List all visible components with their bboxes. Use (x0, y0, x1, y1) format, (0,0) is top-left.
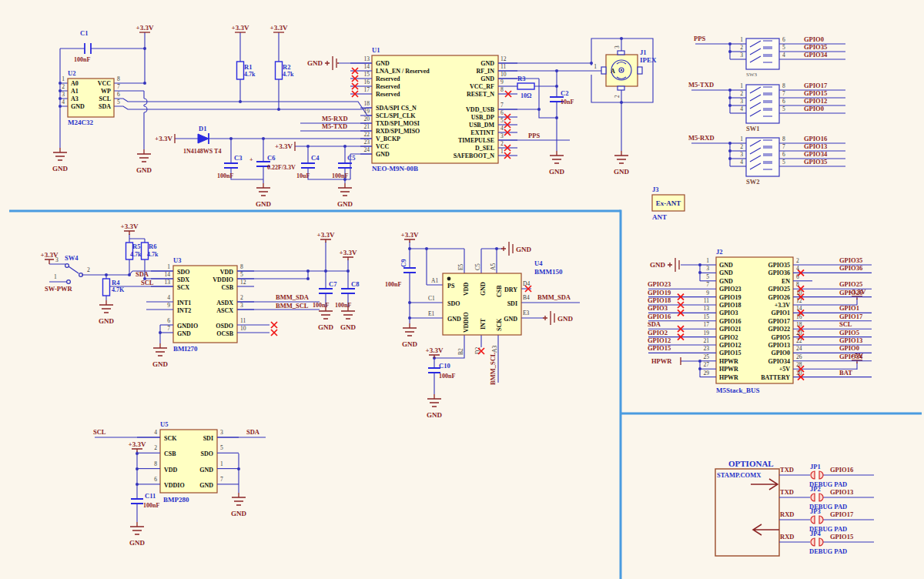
debug-pad-row[interactable]: TXD JP1 GPIO16 DEBUG PAD (779, 463, 874, 488)
j1-center-label: A (611, 68, 615, 75)
pin-number: 17 (364, 86, 370, 93)
switch-sw2[interactable]: SW2 1 8 GPIO16 2 7 GPIO13 3 6 GPIO34 4 5… (730, 135, 845, 186)
pin-number: 19 (364, 108, 370, 115)
pin-number: 1 (740, 36, 743, 43)
pin-number: 5 (782, 159, 785, 166)
pin-number: 2 (87, 266, 90, 273)
gnd-symbol: GND (337, 183, 353, 208)
net-label-hpwr: HPWR (651, 357, 672, 365)
power-3v3: +3.3V (155, 134, 175, 143)
svg-text:PPS: PPS (528, 132, 540, 139)
connector-j1-ipex[interactable]: A 1 3 2 J1 IPEX (594, 45, 657, 98)
resistor-r2[interactable] (276, 62, 283, 79)
net-label: GPIO0 (804, 35, 824, 43)
svg-text:BMM_SDA: BMM_SDA (276, 293, 310, 301)
switch-sw1[interactable]: SW1 1 8 GPIO17 2 7 GPIO15 3 6 GPIO12 4 5… (730, 82, 845, 132)
debug-pad-row[interactable]: RXD JP3 GPIO17 DEBUG PAD (779, 507, 874, 533)
ic-u2-m24c32[interactable]: U2 M24C32 1 A0 2 A1 3 A3 4 GND 8 VCC 7 W… (62, 69, 120, 126)
ic-u5-bmp280[interactable]: U5 BMP280 4 SCK 2 CSB 8 VDD 6 VDDIO 3 SD… (137, 420, 239, 504)
pin-name: VDDIO (213, 276, 233, 283)
gnd-bar-symbol: GND (543, 311, 574, 325)
svg-text:0.22F/3.3V: 0.22F/3.3V (267, 164, 296, 171)
net-label: GPIO26 (839, 289, 862, 296)
net-label: GPIO0 (839, 344, 859, 352)
pin-name: GPIO26 (768, 294, 790, 301)
pin-number: 4 (62, 99, 65, 105)
pin-name: Reserved (376, 75, 400, 82)
pin-name: SDO (177, 269, 189, 276)
net-label: GPIO12 (648, 336, 671, 344)
pin-name: EXTINT (470, 129, 494, 136)
pin-name: SCK (496, 318, 503, 331)
jumper-pad-icon[interactable] (811, 516, 823, 524)
pin-name: GPIO15 (719, 350, 741, 356)
pin-name: GPIO5 (772, 334, 790, 341)
no-connect-x (271, 330, 277, 336)
pin-number: 14 (796, 305, 802, 312)
svg-text:C3: C3 (234, 154, 242, 162)
svg-text:R5: R5 (132, 243, 140, 250)
pin-number: 6 (782, 36, 785, 43)
diode-d1[interactable] (198, 133, 209, 144)
pin-number: 4 (167, 294, 170, 301)
optional-stamp-block[interactable]: OPTIONAL STAMP.COMX TXD JP1 GPIO16 DEBUG… (715, 459, 874, 556)
pin-name: CSB (221, 284, 233, 291)
signal-label: TXD (780, 466, 794, 474)
pin-name: GND (376, 60, 390, 67)
gnd-symbol: GND (549, 151, 565, 176)
pin-name: +3.3V (775, 302, 791, 309)
gnd-symbol: GND (614, 151, 630, 176)
ic-u1-neo-m9n[interactable]: U1 NEO-M9N-00B 13 GND 14 LNA_EN / Reserv… (350, 46, 517, 172)
rx-arrow-icon (753, 524, 779, 535)
ic-u4-bmm150[interactable]: U4 BMM150 A1 C1 E1 PS SDO GND D4 B4 E3 D… (428, 259, 563, 355)
switch-sw3[interactable]: SW3 1 6 GPIO0 2 5 GPIO35 3 4 GPIO34 (730, 35, 845, 78)
pin-name: SCL/SPI_CLK (376, 112, 416, 119)
resistor-r4[interactable] (103, 279, 110, 296)
pin-name: VDD (220, 269, 234, 276)
pin-name: CSB (164, 450, 176, 457)
svg-text:R4: R4 (112, 279, 120, 286)
gnd-symbol: GND (52, 148, 69, 172)
svg-text:C8: C8 (351, 280, 359, 288)
debug-pad-row[interactable]: RXD JP4 GPIO15 DEBUG PAD (779, 530, 874, 555)
gnd-bar-symbol: GND (501, 242, 532, 256)
jumper-pad-icon[interactable] (811, 471, 823, 479)
debug-pad-row[interactable]: TXD JP2 GPIO13 DEBUG PAD (779, 485, 874, 510)
pin-name: GPIO13 (768, 342, 790, 349)
pin-number: 2 (240, 294, 243, 301)
pin-name: GPIO34 (768, 358, 790, 365)
pin-name: V_BCKP (376, 136, 400, 142)
ic-name-u4: BMM150 (534, 268, 563, 276)
jumper-pad-icon[interactable] (811, 494, 823, 501)
pin-name: GPIO3 (719, 310, 738, 316)
svg-text:M5-RXD: M5-RXD (688, 134, 715, 142)
connector-j3-ant[interactable]: J3 Ex-ANT ANT (652, 186, 685, 221)
pin-name: ASCX (216, 307, 233, 314)
jumper-pad-icon[interactable] (811, 538, 823, 546)
resistor-r1[interactable] (237, 62, 244, 79)
power-3v3: +3.3V (275, 142, 295, 151)
pin-number: 1 (220, 460, 223, 467)
net-label: BAT (839, 369, 852, 377)
gnd-symbol: GND (256, 183, 272, 208)
pin-number: 4 (740, 159, 743, 166)
resistor-r3[interactable] (517, 83, 534, 89)
pin-name: GPIO19 (719, 294, 741, 301)
connector-j2-m5stack-bus[interactable]: J2 M5Stack_BUS 1 GND 3 GND 5 GND (648, 248, 872, 394)
pin-number: B2 (457, 348, 464, 355)
pin-name: GPIO21 (719, 326, 741, 333)
schematic-page: GND GND GND GND GND GND GND GND GND GND … (0, 0, 924, 579)
net-label: GPIO17 (830, 510, 854, 518)
pin-name: OSDO (216, 323, 233, 330)
gnd-label: GND (427, 411, 443, 419)
gnd-label: GND (256, 200, 272, 208)
pin-number: 4 (500, 125, 504, 132)
pin-number: 2 (740, 44, 743, 51)
pin-name: GPIO23 (719, 286, 741, 293)
svg-text:BMM_SDA: BMM_SDA (537, 293, 571, 301)
pin-name: GPIO2 (719, 334, 738, 341)
pin-name: GPIO1 (772, 310, 790, 316)
pin-name: GND (447, 316, 461, 323)
pin-name: SDO (201, 450, 213, 457)
pin-name: DRY (504, 286, 517, 293)
